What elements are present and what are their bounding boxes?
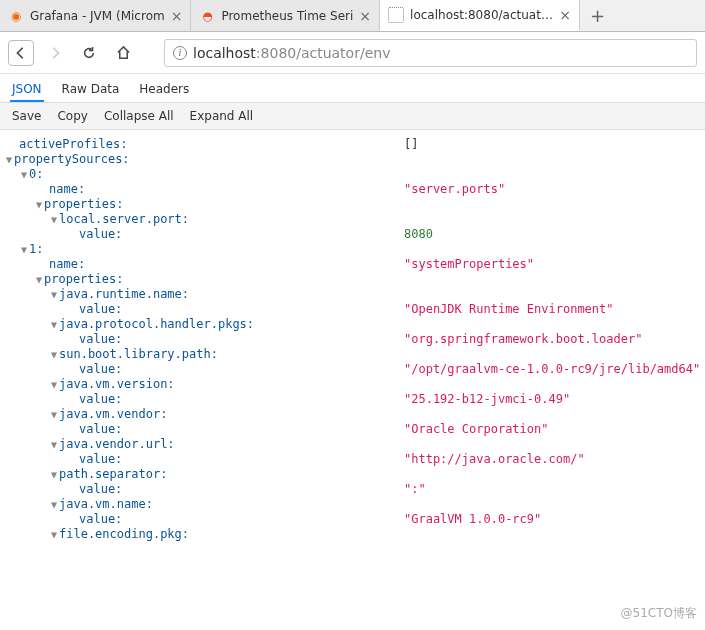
json-value: ":" bbox=[404, 482, 701, 496]
json-key: sun.boot.library.path: bbox=[59, 347, 218, 361]
json-key: activeProfiles: bbox=[19, 137, 127, 151]
browser-tab-localhost[interactable]: localhost:8080/actuator/e × bbox=[380, 0, 580, 31]
json-action-bar: Save Copy Collapse All Expand All bbox=[0, 103, 705, 130]
collapse-toggle[interactable]: ▼ bbox=[49, 409, 59, 420]
collapse-toggle[interactable]: ▼ bbox=[49, 289, 59, 300]
json-row: value:"http://java.oracle.com/" bbox=[4, 452, 701, 466]
browser-tab-prometheus[interactable]: ◓ Prometheus Time Seri × bbox=[191, 0, 380, 31]
json-tree: activeProfiles: [] ▼propertySources: ▼0:… bbox=[0, 130, 705, 548]
json-key: java.vm.version: bbox=[59, 377, 175, 391]
json-key: value: bbox=[79, 392, 122, 406]
json-value: "systemProperties" bbox=[404, 257, 701, 271]
json-value: "Oracle Corporation" bbox=[404, 422, 701, 436]
json-row: value:"OpenJDK Runtime Environment" bbox=[4, 302, 701, 316]
collapse-all-button[interactable]: Collapse All bbox=[98, 107, 180, 125]
new-tab-button[interactable]: + bbox=[580, 0, 615, 31]
tab-json[interactable]: JSON bbox=[10, 78, 44, 102]
json-row: ▼java.vm.version: bbox=[4, 377, 701, 391]
tab-raw-data[interactable]: Raw Data bbox=[60, 78, 122, 102]
tab-headers[interactable]: Headers bbox=[137, 78, 191, 102]
back-arrow-icon bbox=[14, 46, 28, 60]
reload-icon bbox=[82, 46, 96, 60]
json-row: ▼sun.boot.library.path: bbox=[4, 347, 701, 361]
json-row: ▼properties: bbox=[4, 272, 701, 286]
close-icon[interactable]: × bbox=[559, 7, 571, 23]
close-icon[interactable]: × bbox=[171, 8, 183, 24]
json-row: name: "systemProperties" bbox=[4, 257, 701, 271]
collapse-toggle[interactable]: ▼ bbox=[49, 319, 59, 330]
json-value: "/opt/graalvm-ce-1.0.0-rc9/jre/lib/amd64… bbox=[404, 362, 701, 376]
json-key: value: bbox=[79, 452, 122, 466]
json-row: ▼file.encoding.pkg: bbox=[4, 527, 701, 541]
tab-title: Prometheus Time Seri bbox=[221, 9, 353, 23]
json-row: value:"org.springframework.boot.loader" bbox=[4, 332, 701, 346]
collapse-toggle[interactable]: ▼ bbox=[49, 439, 59, 450]
json-key: value: bbox=[79, 512, 122, 526]
json-key: java.vm.vendor: bbox=[59, 407, 167, 421]
url-text: localhost:8080/actuator/env bbox=[193, 45, 390, 61]
json-key: 0: bbox=[29, 167, 43, 181]
json-key: local.server.port: bbox=[59, 212, 189, 226]
json-value: [] bbox=[404, 137, 701, 151]
json-key: properties: bbox=[44, 272, 123, 286]
json-row: value:"Oracle Corporation" bbox=[4, 422, 701, 436]
collapse-toggle[interactable]: ▼ bbox=[34, 274, 44, 285]
collapse-toggle[interactable]: ▼ bbox=[34, 199, 44, 210]
json-key: propertySources: bbox=[14, 152, 130, 166]
forward-button bbox=[42, 40, 68, 66]
save-button[interactable]: Save bbox=[6, 107, 47, 125]
json-row: ▼properties: bbox=[4, 197, 701, 211]
home-button[interactable] bbox=[110, 40, 136, 66]
json-key: value: bbox=[79, 332, 122, 346]
prometheus-icon: ◓ bbox=[199, 8, 215, 24]
site-info-icon[interactable]: i bbox=[173, 46, 187, 60]
json-key: java.runtime.name: bbox=[59, 287, 189, 301]
navigation-toolbar: i localhost:8080/actuator/env bbox=[0, 32, 705, 74]
json-row: ▼java.vendor.url: bbox=[4, 437, 701, 451]
json-value: "25.192-b12-jvmci-0.49" bbox=[404, 392, 701, 406]
collapse-toggle[interactable]: ▼ bbox=[49, 379, 59, 390]
collapse-toggle[interactable]: ▼ bbox=[49, 469, 59, 480]
json-key: java.protocol.handler.pkgs: bbox=[59, 317, 254, 331]
collapse-toggle[interactable]: ▼ bbox=[4, 154, 14, 165]
json-row: ▼propertySources: bbox=[4, 152, 701, 166]
browser-tab-bar: ◉ Grafana - JVM (Microm × ◓ Prometheus T… bbox=[0, 0, 705, 32]
collapse-toggle[interactable]: ▼ bbox=[49, 499, 59, 510]
collapse-toggle[interactable]: ▼ bbox=[49, 529, 59, 540]
back-button[interactable] bbox=[8, 40, 34, 66]
json-row: value:"25.192-b12-jvmci-0.49" bbox=[4, 392, 701, 406]
json-key: java.vm.name: bbox=[59, 497, 153, 511]
json-row: value:"GraalVM 1.0.0-rc9" bbox=[4, 512, 701, 526]
json-row: name: "server.ports" bbox=[4, 182, 701, 196]
json-key: value: bbox=[79, 362, 122, 376]
url-host: localhost bbox=[193, 45, 256, 61]
json-row: ▼java.vm.name: bbox=[4, 497, 701, 511]
json-value: "http://java.oracle.com/" bbox=[404, 452, 701, 466]
close-icon[interactable]: × bbox=[359, 8, 371, 24]
json-row: value:":" bbox=[4, 482, 701, 496]
json-key: value: bbox=[79, 227, 122, 241]
browser-tab-grafana[interactable]: ◉ Grafana - JVM (Microm × bbox=[0, 0, 191, 31]
forward-arrow-icon bbox=[48, 46, 62, 60]
url-bar[interactable]: i localhost:8080/actuator/env bbox=[164, 39, 697, 67]
grafana-icon: ◉ bbox=[8, 8, 24, 24]
url-path: :8080/actuator/env bbox=[256, 45, 391, 61]
collapse-toggle[interactable]: ▼ bbox=[19, 169, 29, 180]
json-row: ▼local.server.port: bbox=[4, 212, 701, 226]
collapse-toggle[interactable]: ▼ bbox=[49, 214, 59, 225]
collapse-toggle[interactable]: ▼ bbox=[49, 349, 59, 360]
json-key: path.separator: bbox=[59, 467, 167, 481]
expand-all-button[interactable]: Expand All bbox=[184, 107, 260, 125]
collapse-toggle[interactable]: ▼ bbox=[19, 244, 29, 255]
json-row: value:"/opt/graalvm-ce-1.0.0-rc9/jre/lib… bbox=[4, 362, 701, 376]
json-key: properties: bbox=[44, 197, 123, 211]
json-value: "server.ports" bbox=[404, 182, 701, 196]
tab-title: localhost:8080/actuator/e bbox=[410, 8, 553, 22]
json-row: activeProfiles: [] bbox=[4, 137, 701, 151]
json-row: value: 8080 bbox=[4, 227, 701, 241]
reload-button[interactable] bbox=[76, 40, 102, 66]
json-value: "GraalVM 1.0.0-rc9" bbox=[404, 512, 701, 526]
localhost-icon bbox=[388, 7, 404, 23]
json-key: java.vendor.url: bbox=[59, 437, 175, 451]
copy-button[interactable]: Copy bbox=[51, 107, 93, 125]
